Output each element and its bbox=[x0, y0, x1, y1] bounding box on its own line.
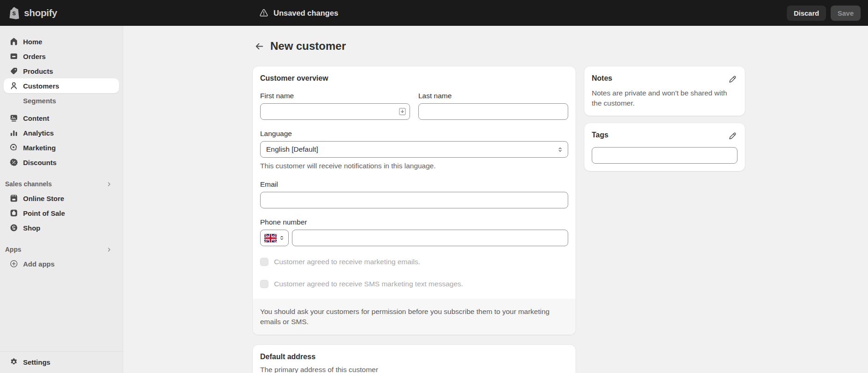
phone-label: Phone number bbox=[260, 218, 568, 227]
select-caret-icon bbox=[557, 147, 563, 153]
select-caret-icon bbox=[279, 235, 285, 241]
analytics-icon bbox=[9, 128, 18, 137]
sidebar-item-label: Add apps bbox=[23, 260, 54, 268]
last-name-input[interactable] bbox=[418, 103, 568, 120]
email-input[interactable] bbox=[260, 192, 568, 208]
sidebar-item-home[interactable]: Home bbox=[4, 34, 119, 49]
sidebar-item-content[interactable]: Content bbox=[4, 111, 119, 125]
notes-body: Notes are private and won't be shared wi… bbox=[592, 88, 737, 108]
discard-button[interactable]: Discard bbox=[787, 6, 826, 21]
sidebar-item-customers[interactable]: Customers bbox=[4, 78, 119, 93]
shopify-admin-screen: S shopify Unsaved changes Discard Save bbox=[0, 0, 868, 373]
email-section: Email bbox=[260, 180, 568, 208]
sidebar-item-settings[interactable]: Settings bbox=[4, 355, 119, 369]
content-icon bbox=[9, 113, 18, 123]
online-store-icon bbox=[9, 194, 18, 203]
phone-country-select[interactable] bbox=[260, 230, 289, 246]
notes-title: Notes bbox=[592, 74, 612, 83]
chevron-right-icon bbox=[106, 246, 113, 253]
sidebar-item-label: Shop bbox=[23, 224, 41, 232]
page-title: New customer bbox=[270, 39, 346, 53]
email-label: Email bbox=[260, 180, 568, 189]
sidebar-item-marketing[interactable]: Marketing bbox=[4, 140, 119, 155]
sidebar-section-sales-channels[interactable]: Sales channels bbox=[4, 177, 119, 191]
marketing-sms-checkbox[interactable] bbox=[260, 280, 268, 288]
sidebar-footer: Settings bbox=[0, 351, 123, 373]
sidebar-item-label: Content bbox=[23, 114, 49, 122]
sidebar-item-shop[interactable]: Shop bbox=[4, 220, 119, 235]
default-address-subtitle: The primary address of this customer bbox=[260, 365, 568, 373]
gear-icon bbox=[9, 357, 18, 367]
phone-input[interactable] bbox=[292, 230, 568, 246]
notes-card: Notes Notes are private and won't be sha… bbox=[584, 66, 745, 116]
discounts-icon bbox=[9, 158, 18, 167]
default-address-title: Default address bbox=[260, 352, 568, 361]
chevron-right-icon bbox=[106, 181, 113, 188]
first-name-input[interactable] bbox=[260, 103, 410, 120]
arrow-left-icon bbox=[255, 41, 264, 51]
sidebar-item-add-apps[interactable]: Add apps bbox=[4, 256, 119, 271]
home-icon bbox=[9, 37, 18, 46]
edit-notes-button[interactable] bbox=[727, 74, 737, 84]
products-icon bbox=[9, 66, 18, 76]
marketing-sms-checkbox-row: Customer agreed to receive SMS marketing… bbox=[260, 279, 568, 289]
sidebar: Home Orders Products Customers bbox=[0, 26, 123, 373]
point-of-sale-icon bbox=[9, 208, 18, 218]
edit-tags-button[interactable] bbox=[727, 130, 737, 141]
sidebar-item-segments[interactable]: Segments bbox=[4, 93, 119, 108]
customer-overview-title: Customer overview bbox=[260, 74, 568, 83]
sidebar-item-analytics[interactable]: Analytics bbox=[4, 125, 119, 140]
customers-icon bbox=[9, 81, 18, 90]
marketing-icon bbox=[9, 143, 18, 152]
language-section: Language English [Default] This customer… bbox=[260, 129, 568, 171]
sidebar-item-label: Customers bbox=[23, 82, 59, 90]
marketing-email-checkbox-label: Customer agreed to receive marketing ema… bbox=[274, 257, 420, 266]
autofill-icon[interactable] bbox=[399, 108, 406, 116]
sidebar-item-label: Settings bbox=[23, 358, 50, 366]
warning-triangle-icon bbox=[259, 8, 268, 18]
name-fields-row: First name Last name bbox=[260, 91, 568, 120]
customer-overview-card: Customer overview First name bbox=[253, 66, 576, 335]
sidebar-item-online-store[interactable]: Online Store bbox=[4, 191, 119, 206]
uk-flag-icon bbox=[264, 234, 277, 243]
save-bar-actions: Discard Save bbox=[787, 6, 868, 21]
sidebar-item-products[interactable]: Products bbox=[4, 64, 119, 78]
tags-title: Tags bbox=[592, 130, 608, 140]
sidebar-item-label: Marketing bbox=[23, 144, 56, 152]
default-address-card: Default address The primary address of t… bbox=[253, 345, 576, 373]
tags-input[interactable] bbox=[592, 147, 737, 164]
shopify-logo[interactable]: S shopify bbox=[0, 6, 57, 19]
svg-text:S: S bbox=[12, 11, 16, 16]
orders-icon bbox=[9, 52, 18, 61]
pencil-icon bbox=[728, 131, 737, 140]
sidebar-item-orders[interactable]: Orders bbox=[4, 49, 119, 64]
sidebar-item-discounts[interactable]: Discounts bbox=[4, 155, 119, 170]
marketing-email-checkbox-row: Customer agreed to receive marketing ema… bbox=[260, 257, 568, 266]
page-content: New customer Customer overview First nam… bbox=[253, 39, 745, 373]
back-button[interactable] bbox=[253, 40, 266, 53]
sidebar-item-label: Point of Sale bbox=[23, 209, 65, 217]
sidebar-item-point-of-sale[interactable]: Point of Sale bbox=[4, 206, 119, 220]
main-area: New customer Customer overview First nam… bbox=[123, 26, 868, 373]
sidebar-section-apps[interactable]: Apps bbox=[4, 243, 119, 256]
sidebar-nav: Home Orders Products Customers bbox=[0, 26, 123, 351]
tags-card: Tags bbox=[584, 123, 745, 171]
sidebar-item-label: Segments bbox=[23, 97, 56, 105]
sidebar-item-label: Orders bbox=[23, 53, 46, 60]
sidebar-item-label: Analytics bbox=[23, 129, 54, 137]
shop-icon bbox=[9, 223, 18, 232]
sidebar-item-label: Products bbox=[23, 67, 53, 75]
save-button[interactable]: Save bbox=[831, 6, 861, 21]
pencil-icon bbox=[728, 75, 737, 83]
language-select[interactable]: English [Default] bbox=[260, 141, 568, 158]
phone-section: Phone number bbox=[260, 218, 568, 246]
language-label: Language bbox=[260, 129, 568, 138]
language-help-text: This customer will receive notifications… bbox=[260, 161, 568, 171]
unsaved-changes-indicator: Unsaved changes bbox=[259, 8, 338, 18]
section-header-label: Sales channels bbox=[5, 180, 52, 188]
page-header: New customer bbox=[253, 39, 745, 53]
shopify-bag-icon: S bbox=[9, 6, 21, 19]
marketing-email-checkbox[interactable] bbox=[260, 258, 268, 266]
sidebar-item-label: Home bbox=[23, 38, 42, 46]
first-name-label: First name bbox=[260, 91, 410, 101]
